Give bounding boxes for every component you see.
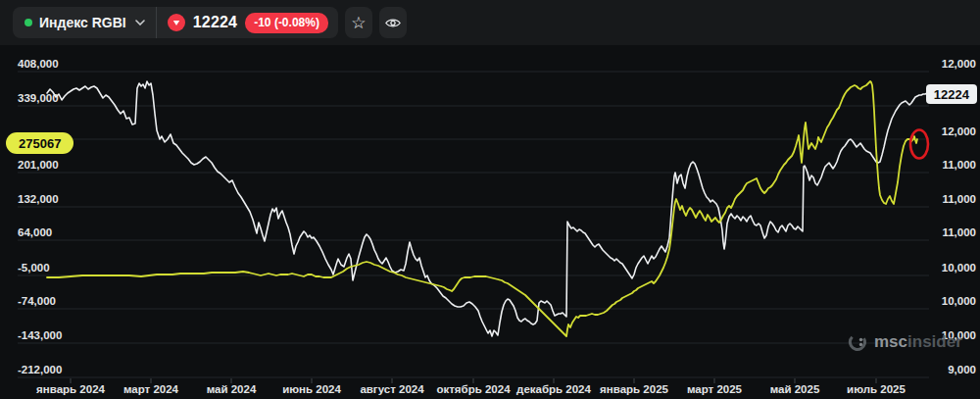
right-axis-label: 10,000 [942,295,976,307]
right-axis-label: 10,000 [942,262,976,274]
time-axis-label: май 2025 [770,383,820,395]
left-axis-label: 201,000 [18,159,59,171]
left-series-value-pill: 275067 [6,132,74,154]
left-axis-label: -5,000 [18,262,50,274]
left-axis-label: -212,000 [18,364,62,375]
watermark: mscinsider [847,331,962,353]
right-axis-label: 11,000 [942,159,976,171]
series-line-rgbi-index [47,81,927,336]
time-axis-label: июль 2025 [847,383,906,395]
watermark-text-bold: msc [874,332,907,351]
left-axis-label: -74,000 [18,295,56,307]
left-axis-label: 408,000 [18,58,59,70]
left-axis-label: 339,000 [18,92,59,104]
time-axis-label: декабрь 2024 [516,383,591,395]
right-series-value-pill: 12224 [926,84,977,104]
right-axis-label: 11,000 [942,226,976,238]
time-axis-label: октябрь 2024 [436,383,511,395]
highlight-circle-annotation [910,130,928,159]
trading-chart-widget: Индекс RGBI 12224 -10 (-0.08%) ☆ 408,000… [0,0,980,399]
series-line-portfolio [47,81,917,336]
time-axis-label: январь 2024 [36,383,105,395]
left-axis-label: 132,000 [18,193,59,205]
right-axis-label: 12,000 [942,125,976,137]
time-axis-label: июнь 2024 [282,383,341,395]
right-axis-label: 12,000 [942,58,976,70]
time-axis-label: январь 2025 [600,383,668,395]
time-axis-label: август 2024 [360,383,424,395]
time-axis-label: март 2024 [123,383,179,395]
left-axis-label: -143,000 [18,329,62,341]
mscinsider-logo-icon [847,331,868,353]
right-axis-label: 9,000 [948,364,976,375]
watermark-text-light: insider [907,332,962,351]
right-axis-label: 11,000 [942,193,976,205]
time-axis-label: март 2025 [687,383,743,395]
left-axis-label: 64,000 [18,226,52,238]
time-axis-label: май 2024 [207,383,257,395]
price-chart-canvas[interactable]: 408,00012,000339,00012,00012,000201,0001… [0,0,980,399]
